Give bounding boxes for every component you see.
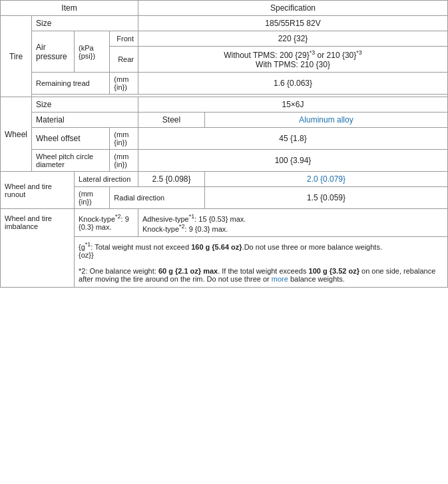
- wheel-offset-label: Wheel offset: [32, 128, 110, 150]
- imbalance-knock-note: Knock-type*2: 9 {0.3} max.: [75, 209, 138, 237]
- imbalance-label: Wheel and tire imbalance: [1, 209, 75, 288]
- radial-value: 1.5 {0.059}: [205, 187, 448, 209]
- material-label: Material: [32, 113, 138, 128]
- material-steel: Steel: [138, 113, 205, 128]
- wheel-size-value: 15×6J: [138, 97, 448, 113]
- header-item: Item: [1, 1, 138, 16]
- radial-label: Radial direction: [110, 187, 205, 209]
- wheel-size-label: Size: [32, 97, 138, 113]
- wheel-offset-value: 45 {1.8}: [138, 128, 448, 150]
- front-label: Front: [110, 31, 138, 47]
- rear-label: Rear: [110, 47, 138, 73]
- air-pressure-label: Air pressure: [32, 31, 75, 73]
- footnote1-unit-label: {oz}}: [79, 251, 94, 259]
- remaining-tread-value: 1.6 {0.063}: [138, 73, 448, 95]
- material-aluminum: Aluminum alloy: [205, 113, 448, 128]
- wheel-pitch-value: 100 {3.94}: [138, 150, 448, 172]
- footnote2: *2: One balance weight: 60 g {2.1 oz} ma…: [79, 267, 435, 283]
- header-specification: Specification: [138, 1, 448, 16]
- runout-label: Wheel and tire runout: [1, 172, 75, 209]
- tire-size-value: 185/55R15 82V: [138, 16, 448, 31]
- tire-size-label: Size: [32, 16, 138, 31]
- lateral-value1: 2.5 {0.098}: [138, 172, 205, 187]
- footnote1-unit: {g*1: Total weight must not exceed 160 g…: [79, 243, 382, 251]
- front-value: 220 {32}: [138, 31, 448, 47]
- rear-value: Without TPMS: 200 {29}*3 or 210 {30}*3 W…: [138, 47, 448, 73]
- wheel-pitch-label: Wheel pitch circle diameter: [32, 150, 110, 172]
- air-pressure-unit: (kPa {psi}): [75, 31, 110, 73]
- radial-unit: (mm {in}): [75, 187, 110, 209]
- lateral-value2: 2.0 {0.079}: [205, 172, 448, 187]
- lateral-label: Lateral direction: [75, 172, 138, 187]
- remaining-tread-unit: (mm {in}): [110, 73, 138, 95]
- specifications-table: Item Specification Tire Size 185/55R15 8…: [0, 0, 448, 288]
- wheel-offset-unit: (mm {in}): [110, 128, 138, 150]
- imbalance-adhesive-note: Adhesive-type*1: 15 {0.53} max. Knock-ty…: [138, 209, 448, 237]
- tire-label: Tire: [1, 16, 32, 97]
- imbalance-footnotes: {g*1: Total weight must not exceed 160 g…: [75, 237, 448, 288]
- wheel-pitch-unit: (mm {in}): [110, 150, 138, 172]
- wheel-label: Wheel: [1, 97, 32, 172]
- remaining-tread-label: Remaining tread: [32, 73, 110, 95]
